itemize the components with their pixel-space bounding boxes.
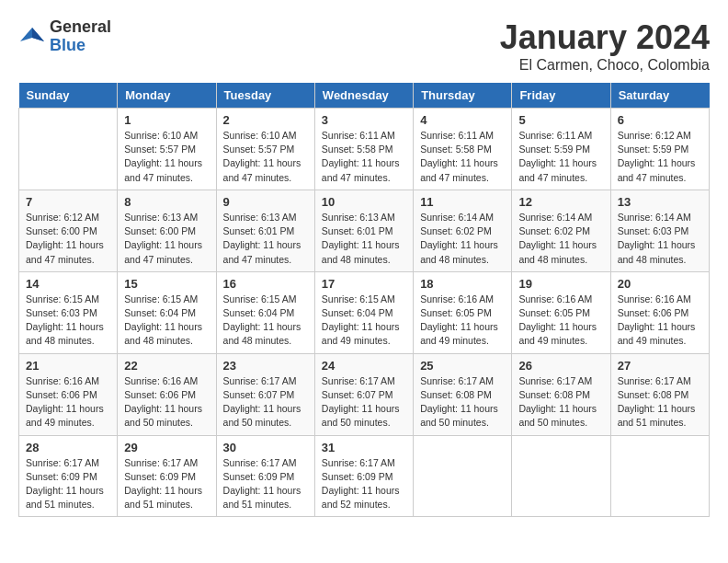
day-number: 27 — [618, 359, 702, 373]
daylight-text: Daylight: 11 hours and 48 minutes. — [420, 239, 498, 264]
sunrise-text: Sunrise: 6:13 AM — [223, 212, 297, 223]
daylight-text: Daylight: 11 hours and 48 minutes. — [26, 321, 104, 346]
week-row-3: 14Sunrise: 6:15 AMSunset: 6:03 PMDayligh… — [19, 271, 710, 353]
sunset-text: Sunset: 6:05 PM — [518, 307, 590, 318]
cell-info: Sunrise: 6:17 AMSunset: 6:07 PMDaylight:… — [322, 374, 406, 431]
calendar-cell: 13Sunrise: 6:14 AMSunset: 6:03 PMDayligh… — [610, 190, 709, 271]
calendar-cell: 21Sunrise: 6:16 AMSunset: 6:06 PMDayligh… — [19, 353, 118, 435]
cell-info: Sunrise: 6:13 AMSunset: 6:01 PMDaylight:… — [223, 211, 308, 267]
calendar-cell: 24Sunrise: 6:17 AMSunset: 6:07 PMDayligh… — [314, 353, 413, 435]
sunrise-text: Sunrise: 6:16 AM — [124, 375, 198, 386]
sunrise-text: Sunrise: 6:12 AM — [26, 212, 99, 223]
sunset-text: Sunset: 6:04 PM — [124, 307, 196, 318]
sunset-text: Sunset: 5:59 PM — [618, 144, 689, 155]
daylight-text: Daylight: 11 hours and 47 minutes. — [420, 157, 498, 182]
cell-info: Sunrise: 6:11 AMSunset: 5:58 PMDaylight:… — [322, 129, 406, 185]
day-number: 7 — [26, 195, 110, 209]
col-header-wednesday: Wednesday — [314, 83, 413, 109]
day-number: 8 — [124, 195, 209, 209]
daylight-text: Daylight: 11 hours and 51 minutes. — [223, 485, 301, 510]
day-number: 17 — [322, 277, 406, 291]
sunrise-text: Sunrise: 6:13 AM — [124, 212, 198, 223]
day-number: 22 — [124, 359, 209, 373]
sunset-text: Sunset: 6:08 PM — [518, 389, 590, 400]
calendar-cell: 26Sunrise: 6:17 AMSunset: 6:08 PMDayligh… — [512, 353, 610, 435]
sunset-text: Sunset: 6:06 PM — [26, 389, 97, 400]
sunrise-text: Sunrise: 6:14 AM — [420, 212, 494, 223]
col-header-thursday: Thursday — [414, 83, 512, 109]
sunrise-text: Sunrise: 6:15 AM — [124, 293, 198, 304]
daylight-text: Daylight: 11 hours and 49 minutes. — [618, 321, 696, 346]
calendar-cell — [19, 109, 118, 190]
location-subtitle: El Carmen, Choco, Colombia — [500, 57, 710, 74]
calendar-cell: 8Sunrise: 6:13 AMSunset: 6:00 PMDaylight… — [118, 190, 216, 271]
sunrise-text: Sunrise: 6:17 AM — [223, 375, 297, 386]
cell-info: Sunrise: 6:17 AMSunset: 6:09 PMDaylight:… — [223, 456, 308, 512]
day-number: 21 — [26, 359, 110, 373]
sunrise-text: Sunrise: 6:13 AM — [322, 212, 395, 223]
day-number: 29 — [124, 441, 209, 454]
logo-general: General — [50, 18, 111, 37]
logo: General Blue — [18, 18, 111, 55]
day-number: 30 — [223, 441, 308, 454]
week-row-4: 21Sunrise: 6:16 AMSunset: 6:06 PMDayligh… — [19, 353, 710, 435]
day-number: 10 — [322, 195, 406, 209]
calendar-cell: 22Sunrise: 6:16 AMSunset: 6:06 PMDayligh… — [118, 353, 216, 435]
daylight-text: Daylight: 11 hours and 48 minutes. — [322, 239, 400, 264]
day-number: 6 — [618, 113, 702, 127]
sunset-text: Sunset: 6:09 PM — [124, 471, 196, 482]
calendar-cell: 29Sunrise: 6:17 AMSunset: 6:09 PMDayligh… — [118, 435, 216, 517]
svg-marker-1 — [32, 28, 44, 41]
week-row-2: 7Sunrise: 6:12 AMSunset: 6:00 PMDaylight… — [19, 190, 710, 271]
cell-info: Sunrise: 6:17 AMSunset: 6:07 PMDaylight:… — [223, 374, 308, 431]
title-area: January 2024 El Carmen, Choco, Colombia — [500, 18, 710, 74]
sunrise-text: Sunrise: 6:14 AM — [618, 212, 691, 223]
calendar-cell: 9Sunrise: 6:13 AMSunset: 6:01 PMDaylight… — [216, 190, 314, 271]
week-row-1: 1Sunrise: 6:10 AMSunset: 5:57 PMDaylight… — [19, 109, 710, 190]
week-row-5: 28Sunrise: 6:17 AMSunset: 6:09 PMDayligh… — [19, 435, 710, 517]
calendar-cell: 31Sunrise: 6:17 AMSunset: 6:09 PMDayligh… — [314, 435, 413, 517]
page-header: General Blue January 2024 El Carmen, Cho… — [18, 18, 710, 74]
daylight-text: Daylight: 11 hours and 49 minutes. — [420, 321, 498, 346]
day-number: 26 — [518, 359, 603, 373]
sunset-text: Sunset: 5:58 PM — [322, 144, 393, 155]
sunset-text: Sunset: 6:07 PM — [322, 389, 393, 400]
sunset-text: Sunset: 6:08 PM — [420, 389, 492, 400]
cell-info: Sunrise: 6:16 AMSunset: 6:06 PMDaylight:… — [618, 293, 702, 349]
sunrise-text: Sunrise: 6:12 AM — [618, 130, 691, 141]
sunset-text: Sunset: 5:58 PM — [420, 144, 492, 155]
cell-info: Sunrise: 6:12 AMSunset: 6:00 PMDaylight:… — [26, 211, 110, 267]
day-number: 25 — [420, 359, 505, 373]
cell-info: Sunrise: 6:15 AMSunset: 6:04 PMDaylight:… — [124, 293, 209, 349]
sunrise-text: Sunrise: 6:15 AM — [223, 293, 297, 304]
sunrise-text: Sunrise: 6:15 AM — [26, 293, 99, 304]
sunset-text: Sunset: 6:09 PM — [322, 471, 393, 482]
col-header-monday: Monday — [118, 83, 216, 109]
day-number: 31 — [322, 441, 406, 454]
calendar-cell: 2Sunrise: 6:10 AMSunset: 5:57 PMDaylight… — [216, 109, 314, 190]
daylight-text: Daylight: 11 hours and 47 minutes. — [124, 157, 202, 182]
cell-info: Sunrise: 6:10 AMSunset: 5:57 PMDaylight:… — [124, 129, 209, 185]
daylight-text: Daylight: 11 hours and 50 minutes. — [518, 403, 597, 428]
sunset-text: Sunset: 6:00 PM — [124, 225, 196, 236]
daylight-text: Daylight: 11 hours and 48 minutes. — [518, 239, 597, 264]
sunset-text: Sunset: 6:07 PM — [223, 389, 295, 400]
daylight-text: Daylight: 11 hours and 51 minutes. — [618, 403, 696, 428]
sunset-text: Sunset: 6:01 PM — [322, 225, 393, 236]
daylight-text: Daylight: 11 hours and 50 minutes. — [124, 403, 202, 428]
day-number: 16 — [223, 277, 308, 291]
daylight-text: Daylight: 11 hours and 48 minutes. — [618, 239, 696, 264]
calendar-cell: 10Sunrise: 6:13 AMSunset: 6:01 PMDayligh… — [314, 190, 413, 271]
sunset-text: Sunset: 6:08 PM — [618, 389, 689, 400]
col-header-tuesday: Tuesday — [216, 83, 314, 109]
cell-info: Sunrise: 6:13 AMSunset: 6:01 PMDaylight:… — [322, 211, 406, 267]
day-number: 15 — [124, 277, 209, 291]
day-number: 28 — [26, 441, 110, 454]
sunrise-text: Sunrise: 6:17 AM — [322, 375, 395, 386]
header-row: SundayMondayTuesdayWednesdayThursdayFrid… — [19, 83, 710, 109]
cell-info: Sunrise: 6:15 AMSunset: 6:04 PMDaylight:… — [322, 293, 406, 349]
sunset-text: Sunset: 6:00 PM — [26, 225, 97, 236]
calendar-cell — [512, 435, 610, 517]
cell-info: Sunrise: 6:17 AMSunset: 6:08 PMDaylight:… — [420, 374, 505, 431]
sunset-text: Sunset: 5:57 PM — [223, 144, 295, 155]
